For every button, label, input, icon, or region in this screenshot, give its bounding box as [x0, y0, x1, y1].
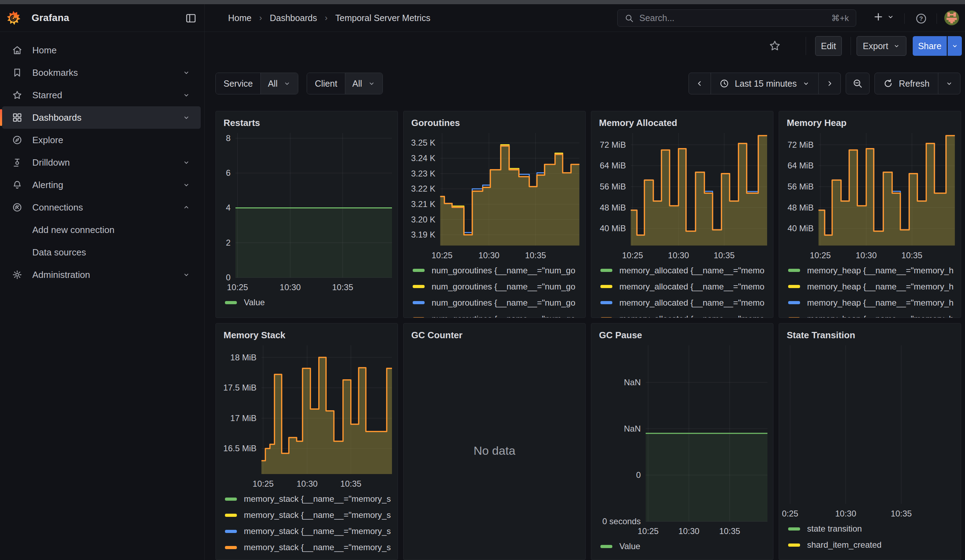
star-icon	[769, 40, 781, 52]
add-new-button[interactable]	[873, 11, 895, 23]
legend-series-color	[788, 285, 800, 288]
chart-goroutines[interactable]: 3.25 K3.24 K3.23 K3.22 K3.21 K3.20 K3.19…	[404, 129, 585, 263]
sidebar-item-label: Data sources	[32, 247, 86, 258]
search-bar[interactable]: ⌘+k	[617, 10, 856, 27]
search-input[interactable]	[640, 13, 831, 23]
chevron-down-icon	[183, 271, 190, 279]
sidebar-item-administration[interactable]: Administration	[2, 263, 201, 286]
user-avatar[interactable]	[944, 11, 959, 25]
svg-text:10:30: 10:30	[280, 282, 301, 292]
legend-item[interactable]: memory_heap {__name__="memory_h	[780, 311, 961, 318]
legend-item[interactable]: Value	[217, 294, 397, 310]
panel-legend: num_goroutines {__name__="num_gonum_goro…	[404, 263, 585, 318]
time-range-picker[interactable]: Last 15 minutes	[711, 73, 819, 94]
chart-memory-heap[interactable]: 72 MiB64 MiB56 MiB48 MiB40 MiB10:2510:30…	[779, 129, 960, 263]
legend-item[interactable]: memory_stack {__name__="memory_s	[217, 523, 397, 539]
sidebar-toggle-icon[interactable]	[185, 13, 196, 24]
nav-brand-section: Grafana	[0, 4, 204, 31]
legend-item[interactable]: memory_stack {__name__="memory_s	[217, 507, 397, 523]
breadcrumb-dashboards[interactable]: Dashboards	[270, 13, 317, 23]
panel-title[interactable]: Goroutines	[404, 111, 585, 129]
favorite-star-button[interactable]	[769, 40, 781, 52]
sidebar-item-home[interactable]: Home	[2, 39, 201, 61]
svg-text:10:35: 10:35	[332, 282, 353, 292]
legend-series-color	[413, 301, 425, 304]
svg-text:10:35: 10:35	[891, 509, 912, 518]
chart-memory-allocated[interactable]: 72 MiB64 MiB56 MiB48 MiB40 MiB10:2510:30…	[591, 129, 772, 263]
sidebar-item-starred[interactable]: Starred	[2, 84, 201, 106]
legend-item[interactable]: memory_stack {__name__="memory_s	[217, 539, 397, 555]
breadcrumb-separator-icon: ›	[325, 13, 328, 23]
legend-item[interactable]: memory_allocated {__name__="memo	[593, 263, 773, 279]
legend-item[interactable]: memory_heap {__name__="memory_h	[780, 263, 961, 279]
legend-item[interactable]: memory_heap {__name__="memory_h	[780, 279, 961, 295]
edit-button[interactable]: Edit	[815, 36, 842, 56]
clock-icon	[720, 78, 729, 88]
sidebar-item-add-new-connection[interactable]: Add new connection	[2, 219, 201, 241]
chevron-down-icon	[887, 13, 895, 21]
sidebar-item-explore[interactable]: Explore	[2, 129, 201, 151]
chart-gc-pause[interactable]: NaNNaN00 seconds10:2510:3010:35	[591, 342, 772, 538]
sidebar-item-label: Starred	[32, 90, 62, 101]
panel-title[interactable]: GC Counter	[404, 323, 585, 342]
share-menu-button[interactable]	[947, 36, 962, 56]
panel-title[interactable]: Memory Allocated	[591, 111, 773, 129]
legend-item[interactable]: memory_allocated {__name__="memo	[593, 295, 773, 311]
sidebar-item-dashboards[interactable]: Dashboards	[2, 106, 201, 129]
grafana-logo-icon	[6, 10, 20, 26]
legend-series-color	[413, 269, 425, 272]
svg-text:48 MiB: 48 MiB	[600, 203, 626, 212]
sidebar-item-connections[interactable]: Connections	[2, 196, 201, 219]
panel-title[interactable]: Restarts	[216, 111, 397, 129]
search-icon	[625, 14, 634, 23]
legend-item[interactable]: state transition	[780, 521, 961, 537]
time-forward-button[interactable]	[819, 73, 841, 94]
legend-series-label: memory_stack {__name__="memory_s	[244, 542, 391, 552]
panel-title[interactable]: Memory Stack	[216, 323, 397, 342]
panel-title[interactable]: State Transition	[779, 323, 961, 342]
legend-series-color	[788, 544, 800, 547]
dashboard-toolbar: Edit Export Share	[204, 32, 965, 60]
sidebar-item-label: Add new connection	[32, 225, 114, 235]
svg-text:3.24 K: 3.24 K	[411, 153, 435, 163]
legend-item[interactable]: num_goroutines {__name__="num_go	[405, 279, 585, 295]
legend-item[interactable]: num_goroutines {__name__="num_go	[405, 311, 585, 318]
legend-item[interactable]: memory_heap {__name__="memory_h	[780, 295, 961, 311]
chart-memory-stack[interactable]: 18 MiB17.5 MiB17 MiB16.5 MiB10:2510:3010…	[216, 342, 397, 491]
legend-item[interactable]: num_goroutines {__name__="num_go	[405, 295, 585, 311]
legend-series-label: num_goroutines {__name__="num_go	[432, 282, 576, 292]
legend-series-label: memory_stack {__name__="memory_s	[244, 526, 391, 536]
breadcrumb-home[interactable]: Home	[228, 13, 252, 23]
export-button[interactable]: Export	[857, 36, 906, 56]
chart-state-transition[interactable]: 0:2510:3010:35	[779, 342, 960, 521]
panel-title[interactable]: GC Pause	[591, 323, 773, 342]
legend-item[interactable]: num_goroutines {__name__="num_go	[405, 263, 585, 279]
svg-text:10:35: 10:35	[901, 250, 922, 260]
sidebar-item-alerting[interactable]: Alerting	[2, 174, 201, 196]
legend-item[interactable]: memory_allocated {__name__="memo	[593, 311, 773, 318]
sidebar-item-bookmarks[interactable]: Bookmarks	[2, 61, 201, 84]
breadcrumb-separator-icon: ›	[259, 13, 262, 23]
sidebar-item-data-sources[interactable]: Data sources	[2, 241, 201, 263]
chart-restarts[interactable]: 8642010:2510:3010:35	[216, 129, 397, 294]
legend-item[interactable]: Value	[593, 538, 773, 554]
refresh-button[interactable]: Refresh	[875, 73, 938, 94]
legend-item[interactable]: memory_stack {__name__="memory_s	[217, 491, 397, 507]
sidebar-item-drilldown[interactable]: Drilldown	[2, 151, 201, 174]
legend-series-color	[788, 269, 800, 272]
filter-value-dropdown[interactable]: All	[345, 73, 383, 94]
refresh-interval-button[interactable]	[938, 73, 960, 94]
panel-title[interactable]: Memory Heap	[779, 111, 961, 129]
filter-value-dropdown[interactable]: All	[261, 73, 298, 94]
legend-item[interactable]: memory_allocated {__name__="memo	[593, 279, 773, 295]
share-button[interactable]: Share	[913, 36, 947, 56]
time-controls: Last 15 minutes Refresh	[689, 73, 960, 95]
legend-series-label: memory_allocated {__name__="memo	[619, 314, 764, 318]
time-back-button[interactable]	[689, 73, 711, 94]
zoom-out-button[interactable]	[846, 73, 869, 94]
help-button[interactable]: ?	[915, 13, 927, 24]
svg-text:10:35: 10:35	[719, 526, 740, 536]
legend-item[interactable]: shard_item_created	[780, 537, 961, 553]
chevron-down-icon	[283, 80, 291, 87]
svg-text:64 MiB: 64 MiB	[787, 161, 813, 170]
